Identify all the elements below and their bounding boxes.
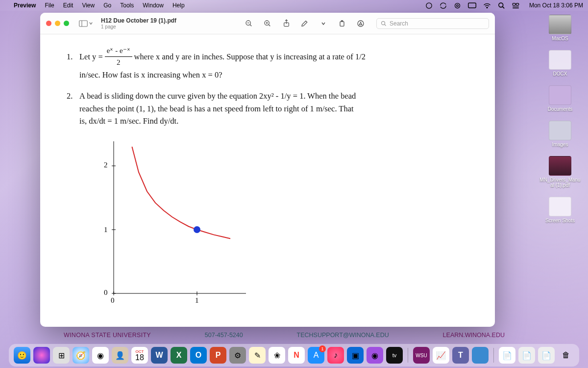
search-input[interactable]: Search — [376, 18, 489, 29]
window-controls — [46, 21, 69, 26]
problem-2-body: A bead is sliding down the curve given b… — [79, 90, 356, 128]
desktop-icon-screenshots[interactable]: Screen Shots — [545, 197, 575, 223]
banner-url: LEARN.WINONA.EDU — [443, 332, 505, 339]
svg-rect-8 — [516, 3, 519, 5]
dock-excel[interactable]: X — [171, 347, 187, 364]
svg-rect-3 — [468, 3, 476, 8]
display-icon[interactable] — [468, 2, 476, 8]
search-icon — [381, 21, 387, 26]
menu-file[interactable]: File — [45, 2, 54, 9]
dock-activity[interactable]: 📈 — [433, 347, 449, 364]
window-titlebar: H12 Due October 19 (1).pdf 1 page Search — [40, 13, 495, 34]
zoom-in-icon[interactable] — [264, 20, 271, 27]
banner-email: TECHSUPPORT@WINONA.EDU — [297, 332, 389, 339]
svg-line-24 — [385, 24, 386, 26]
svg-point-23 — [382, 21, 385, 25]
desktop: MacOS DOCX Documents Images MN_Drivers_M… — [538, 15, 582, 223]
dock: 🙂 ⊞ 🧭 ◉ 👤 OCT18 W X O P ⚙ ✎ ❀ N A1 ♪ ▣ ◉… — [9, 344, 579, 367]
menu-tools[interactable]: Tools — [120, 2, 134, 9]
plot: 2 1 0 0 1 — [89, 136, 256, 308]
banner-university: WINONA STATE UNIVERSITY — [64, 332, 151, 339]
desktop-icon-drivers-manual[interactable]: MN_Drivers_Manual (1).pdf — [539, 156, 582, 188]
dock-recent-2[interactable]: 📄 — [518, 347, 535, 364]
minimize-button[interactable] — [55, 21, 60, 26]
dock-safari[interactable]: 🧭 — [73, 347, 89, 364]
svg-rect-11 — [79, 21, 88, 26]
svg-line-19 — [269, 25, 270, 26]
dock-launchpad[interactable]: ⊞ — [53, 347, 70, 364]
menu-view[interactable]: View — [82, 2, 95, 9]
dock-recent-3[interactable]: 📄 — [538, 347, 555, 364]
preview-window: H12 Due October 19 (1).pdf 1 page Search… — [40, 13, 495, 327]
dock-chrome[interactable]: ◉ — [92, 347, 109, 364]
target-icon[interactable] — [454, 2, 461, 9]
document-title: H12 Due October 19 (1).pdf 1 page — [101, 17, 176, 29]
rotate-icon[interactable] — [338, 20, 346, 27]
filename-label: H12 Due October 19 (1).pdf — [101, 17, 176, 24]
fraction: eˣ - e⁻ˣ 2 — [105, 45, 132, 69]
dock-notes[interactable]: ✎ — [249, 347, 266, 364]
dock-outlook[interactable]: O — [190, 347, 207, 364]
dock-tv[interactable]: tv — [386, 347, 403, 364]
app-menu[interactable]: Preview — [14, 2, 36, 9]
dock-music[interactable]: ♪ — [327, 347, 344, 364]
markup-icon[interactable] — [301, 20, 309, 27]
wifi-icon[interactable] — [483, 2, 491, 9]
zoom-out-icon[interactable] — [245, 20, 253, 27]
dock-zoom[interactable]: ▣ — [347, 347, 364, 364]
page-count-label: 1 page — [101, 24, 176, 29]
dock-contacts[interactable]: 👤 — [112, 347, 128, 364]
control-center-icon[interactable] — [512, 2, 519, 9]
desktop-icon-images[interactable]: Images — [549, 121, 571, 147]
svg-point-0 — [426, 2, 432, 8]
svg-point-5 — [499, 2, 503, 7]
sync-icon[interactable] — [440, 2, 447, 9]
dock-trash[interactable]: 🗑 — [558, 347, 574, 364]
problem-1-text: where x and y are in inches. Suppose tha… — [134, 51, 366, 63]
notifications-icon[interactable] — [425, 2, 433, 9]
menu-go[interactable]: Go — [103, 2, 111, 9]
dock-powerpoint[interactable]: P — [210, 347, 226, 364]
dock-news[interactable]: N — [288, 347, 305, 364]
problem-2: 2. A bead is sliding down the curve give… — [55, 90, 480, 128]
sidebar-toggle-button[interactable] — [79, 20, 93, 27]
svg-rect-7 — [513, 3, 515, 5]
menubar: Preview File Edit View Go Tools Window H… — [0, 0, 588, 11]
toolbar — [245, 20, 365, 27]
dock-recent-1[interactable]: 📄 — [499, 347, 515, 364]
dock-podcasts[interactable]: ◉ — [367, 347, 383, 364]
svg-line-15 — [250, 25, 251, 26]
desktop-icon-macos[interactable]: MacOS — [549, 15, 571, 41]
problem-1-text-2: in/sec. How fast is x increasing when x … — [55, 69, 480, 81]
dock-photos[interactable]: ❀ — [269, 347, 285, 364]
share-icon[interactable] — [282, 20, 290, 27]
dock-teams[interactable]: T — [452, 347, 469, 364]
dock-preferences[interactable]: ⚙ — [229, 347, 246, 364]
menu-help[interactable]: Help — [172, 2, 185, 9]
dock-wsu[interactable]: WSU — [413, 347, 430, 364]
dock-calendar[interactable]: OCT18 — [131, 347, 148, 364]
document-content[interactable]: 1. Let y = eˣ - e⁻ˣ 2 where x and y are … — [40, 34, 495, 327]
desktop-icon-documents[interactable]: Documents — [548, 85, 573, 112]
desktop-icon-docx[interactable]: DOCX — [549, 50, 571, 77]
spotlight-icon[interactable] — [498, 2, 505, 9]
ytick-1: 1 — [104, 226, 108, 234]
svg-point-2 — [457, 4, 459, 6]
dock-appstore[interactable]: A1 — [308, 347, 324, 364]
dock-finder[interactable]: 🙂 — [14, 347, 30, 364]
info-icon[interactable] — [357, 20, 365, 27]
search-placeholder: Search — [390, 20, 408, 27]
fullscreen-button[interactable] — [64, 21, 69, 26]
svg-point-22 — [358, 21, 364, 26]
dock-siri[interactable] — [33, 347, 50, 364]
menu-window[interactable]: Window — [143, 2, 164, 9]
close-button[interactable] — [46, 21, 51, 26]
dock-word[interactable]: W — [151, 347, 168, 364]
menu-edit[interactable]: Edit — [63, 2, 74, 9]
svg-rect-21 — [340, 22, 344, 26]
svg-point-4 — [487, 7, 488, 8]
chevron-down-icon[interactable] — [319, 20, 327, 27]
problem-1: 1. Let y = eˣ - e⁻ˣ 2 where x and y are … — [55, 45, 480, 81]
clock[interactable]: Mon Oct 18 3:06 PM — [529, 2, 583, 9]
dock-app-generic-1[interactable] — [472, 347, 489, 364]
